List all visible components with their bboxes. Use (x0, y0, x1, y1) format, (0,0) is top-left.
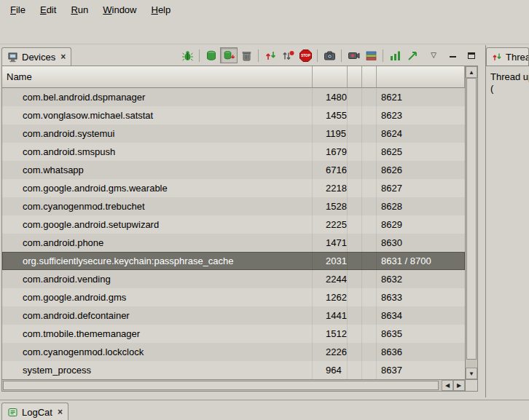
scroll-up-icon[interactable]: ▲ (466, 66, 477, 78)
logcat-view: LogCat × (0, 400, 529, 420)
process-cell-4 (362, 270, 377, 288)
threads-message-line1: Thread up (490, 71, 529, 83)
process-name: com.cyanogenmod.lockclock (2, 343, 313, 361)
process-table-body: com.bel.android.dspmanager 1480 8621 com… (2, 88, 465, 379)
screen-record-icon (348, 49, 360, 62)
dump-hprof-button[interactable] (220, 47, 238, 63)
method-profiling-button[interactable] (279, 47, 297, 63)
process-pid: 1471 (313, 234, 348, 252)
view-menu-icon: ▽ (431, 52, 436, 59)
scroll-left-icon[interactable]: ◀ (442, 380, 453, 391)
horizontal-scrollbar[interactable]: ◀ ▶ (2, 379, 465, 391)
process-port: 8624 (377, 124, 465, 143)
process-port: 8634 (377, 306, 465, 325)
tab-logcat[interactable]: LogCat × (1, 403, 68, 420)
process-port: 8627 (377, 179, 465, 197)
stop-process-icon: STOP (299, 49, 313, 63)
process-port: 8630 (377, 234, 465, 252)
stop-process-button[interactable]: STOP (297, 47, 314, 63)
table-row[interactable]: com.android.phone 1471 8630 (2, 234, 465, 252)
table-row[interactable]: com.bel.android.dspmanager 1480 8621 (2, 88, 465, 106)
column-header-4[interactable] (362, 66, 377, 88)
screen-capture-button[interactable] (321, 47, 338, 63)
close-icon[interactable]: × (59, 52, 66, 62)
process-cell-4 (362, 234, 377, 252)
scroll-down-icon[interactable]: ▼ (466, 368, 477, 379)
process-cell-3 (348, 343, 362, 361)
menu-edit[interactable]: Edit (33, 1, 63, 18)
devices-toolbar: STOP ▽ (179, 47, 478, 64)
process-cell-3 (348, 215, 362, 234)
process-name: com.google.android.gms.wearable (2, 179, 313, 197)
menubar: File Edit Run Window Help (0, 0, 529, 20)
table-row[interactable]: com.tmobile.thememanager 1512 8635 (2, 325, 465, 343)
devices-view: Devices × STOP (1, 45, 478, 397)
table-row[interactable]: com.android.systemui 1195 8624 (2, 124, 465, 143)
process-name: com.google.android.setupwizard (2, 215, 313, 234)
table-row[interactable]: com.google.android.gms.wearable 22185 86… (2, 179, 465, 197)
debug-process-button[interactable] (179, 47, 196, 63)
table-row[interactable]: com.android.vending 22440 8632 (2, 270, 465, 288)
system-info-button[interactable] (362, 47, 380, 63)
system-info-icon (365, 49, 377, 62)
table-row[interactable]: com.google.android.setupwizard 22250 862… (2, 215, 465, 234)
minimize-button[interactable] (446, 49, 459, 62)
process-name: com.whatsapp (2, 161, 313, 179)
process-cell-3 (348, 161, 362, 179)
process-cell-4 (362, 179, 377, 197)
table-row[interactable]: com.google.android.gms 12623 8633 (2, 288, 465, 306)
process-cell-4 (362, 343, 377, 361)
menu-run[interactable]: Run (63, 1, 95, 18)
menu-file[interactable]: File (3, 1, 33, 18)
tab-threads[interactable]: Threads (486, 47, 529, 66)
cause-gc-icon (240, 49, 253, 62)
maximize-button[interactable] (465, 49, 478, 62)
horizontal-scrollbar-thumb[interactable] (3, 381, 439, 390)
screen-capture-icon (324, 49, 336, 62)
update-threads-icon (264, 49, 277, 62)
vertical-scrollbar-thumb[interactable] (466, 78, 477, 360)
process-pid: 12623 (313, 288, 348, 306)
scroll-right-icon[interactable]: ▶ (453, 380, 465, 391)
network-stats-button[interactable] (386, 47, 404, 63)
threads-content: Thread up ( (486, 66, 529, 397)
process-cell-3 (348, 179, 362, 197)
table-row[interactable]: com.vonglasow.michael.satstat 14553 8623 (2, 106, 465, 124)
process-pid: 22185 (313, 179, 348, 197)
process-port: 8632 (377, 270, 465, 288)
view-menu-button[interactable]: ▽ (427, 49, 440, 62)
table-row[interactable]: com.whatsapp 6716 8626 (2, 161, 465, 179)
table-row[interactable]: system_process 964 8637 (2, 361, 465, 379)
debug-process-icon (181, 49, 194, 62)
update-threads-button[interactable] (262, 47, 279, 63)
menu-window[interactable]: Window (95, 1, 144, 18)
cause-gc-button[interactable] (238, 47, 255, 63)
column-header-3[interactable] (348, 66, 362, 88)
update-heap-button[interactable] (203, 47, 220, 63)
process-cell-3 (348, 106, 362, 124)
table-row[interactable]: com.android.defcontainer 14411 8634 (2, 306, 465, 325)
tracer-button[interactable] (404, 47, 421, 63)
table-row[interactable]: org.sufficientlysecure.keychain:passphra… (2, 252, 465, 270)
process-cell-3 (348, 197, 362, 215)
tab-threads-label: Threads (506, 52, 529, 63)
table-row[interactable]: com.android.smspush 1679 8625 (2, 143, 465, 161)
process-cell-4 (362, 161, 377, 179)
process-cell-4 (362, 106, 377, 124)
column-header-port[interactable] (377, 66, 465, 88)
table-row[interactable]: com.cyanogenmod.trebuchet 1528 8628 (2, 197, 465, 215)
table-header: Name (2, 66, 465, 88)
vertical-scrollbar[interactable]: ▲ ▼ (465, 66, 477, 379)
table-row[interactable]: com.cyanogenmod.lockclock 22265 8636 (2, 343, 465, 361)
menu-help[interactable]: Help (144, 1, 178, 18)
process-pid: 1480 (313, 88, 348, 106)
tab-devices[interactable]: Devices × (1, 47, 71, 66)
screen-record-button[interactable] (345, 47, 362, 63)
process-cell-4 (362, 143, 377, 161)
column-header-pid[interactable] (313, 66, 348, 88)
column-header-name[interactable]: Name (2, 66, 313, 88)
update-heap-icon (205, 49, 218, 62)
process-cell-4 (362, 306, 377, 325)
close-icon[interactable]: × (56, 407, 63, 417)
process-pid: 1195 (313, 124, 348, 143)
